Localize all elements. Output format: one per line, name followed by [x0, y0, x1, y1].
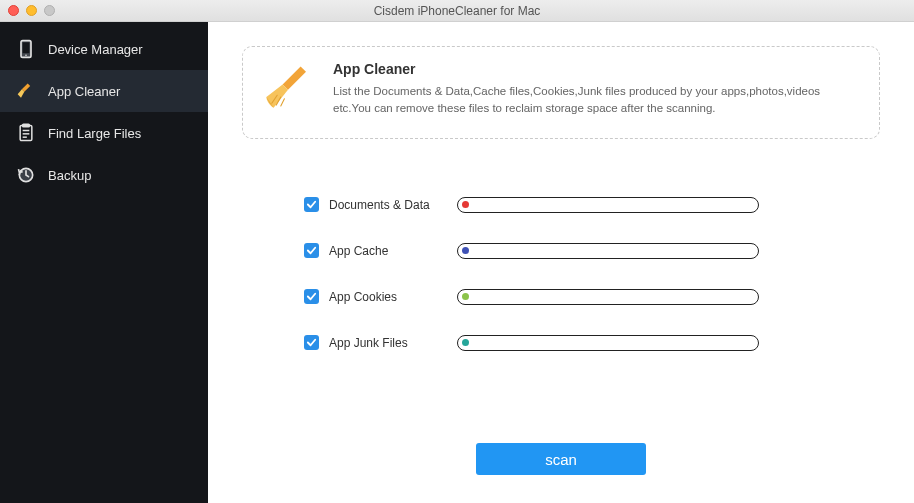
info-heading: App Cleaner — [333, 61, 861, 77]
clipboard-icon — [16, 123, 36, 143]
progress-app-cookies — [457, 289, 759, 305]
svg-rect-4 — [23, 124, 30, 127]
sidebar-item-backup[interactable]: Backup — [0, 154, 208, 196]
sidebar-item-label: App Cleaner — [48, 84, 120, 99]
category-app-cache: App Cache — [304, 243, 880, 259]
info-box: App Cleaner List the Documents & Data,Ca… — [242, 46, 880, 139]
category-label: Documents & Data — [329, 198, 457, 212]
sidebar-item-label: Find Large Files — [48, 126, 141, 141]
sidebar-item-label: Backup — [48, 168, 91, 183]
sidebar-item-app-cleaner[interactable]: App Cleaner — [0, 70, 208, 112]
checkbox-app-cookies[interactable] — [304, 289, 319, 304]
window-body: Device Manager App Cleaner — [0, 22, 914, 503]
info-description: List the Documents & Data,Cache files,Co… — [333, 83, 861, 118]
checkbox-app-cache[interactable] — [304, 243, 319, 258]
progress-documents-data — [457, 197, 759, 213]
progress-dot — [462, 293, 469, 300]
svg-point-2 — [25, 54, 27, 56]
window-close-button[interactable] — [8, 5, 19, 16]
phone-icon — [16, 39, 36, 59]
scan-area: scan — [242, 443, 880, 485]
sidebar-item-device-manager[interactable]: Device Manager — [0, 28, 208, 70]
sidebar: Device Manager App Cleaner — [0, 22, 208, 503]
svg-rect-3 — [20, 126, 32, 141]
progress-app-junk-files — [457, 335, 759, 351]
checkbox-documents-data[interactable] — [304, 197, 319, 212]
progress-dot — [462, 201, 469, 208]
window-title: Cisdem iPhoneCleaner for Mac — [0, 4, 914, 18]
progress-dot — [462, 247, 469, 254]
sidebar-item-find-large-files[interactable]: Find Large Files — [0, 112, 208, 154]
window-maximize-button[interactable] — [44, 5, 55, 16]
info-text: App Cleaner List the Documents & Data,Ca… — [333, 61, 861, 118]
scan-button[interactable]: scan — [476, 443, 646, 475]
category-label: App Cookies — [329, 290, 457, 304]
titlebar: Cisdem iPhoneCleaner for Mac — [0, 0, 914, 22]
category-app-cookies: App Cookies — [304, 289, 880, 305]
sidebar-item-label: Device Manager — [48, 42, 143, 57]
svg-rect-1 — [23, 42, 30, 53]
progress-dot — [462, 339, 469, 346]
backup-icon — [16, 165, 36, 185]
broom-icon — [16, 81, 36, 101]
window-minimize-button[interactable] — [26, 5, 37, 16]
category-app-junk-files: App Junk Files — [304, 335, 880, 351]
category-documents-data: Documents & Data — [304, 197, 880, 213]
main-panel: App Cleaner List the Documents & Data,Ca… — [208, 22, 914, 503]
progress-app-cache — [457, 243, 759, 259]
category-list: Documents & Data App Cache — [304, 197, 880, 351]
broom-illustration-icon — [261, 61, 315, 115]
traffic-lights — [8, 5, 55, 16]
category-label: App Junk Files — [329, 336, 457, 350]
app-window: Cisdem iPhoneCleaner for Mac Device Mana… — [0, 0, 914, 503]
category-label: App Cache — [329, 244, 457, 258]
checkbox-app-junk-files[interactable] — [304, 335, 319, 350]
